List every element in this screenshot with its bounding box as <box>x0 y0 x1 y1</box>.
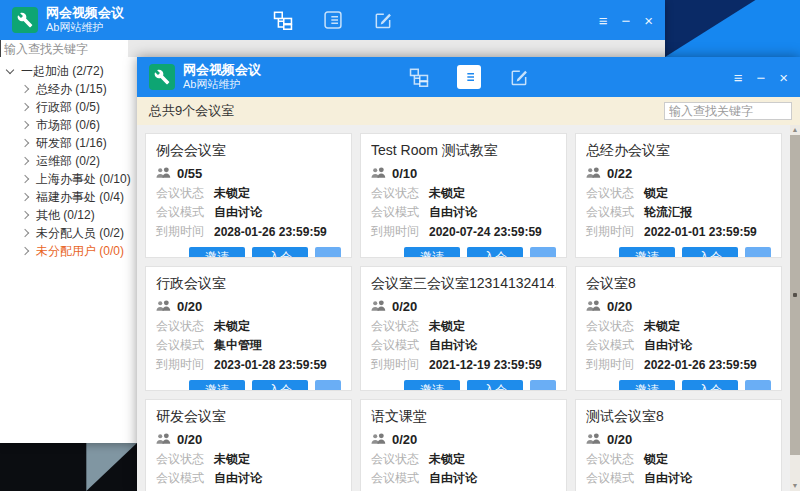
edit-icon[interactable] <box>371 8 395 32</box>
expire-label: 到期时间 <box>586 223 644 240</box>
room-card: Test Room 测试教室 0/10 会议状态未锁定 会议模式自由讨论 到期时… <box>360 133 567 258</box>
members-icon <box>156 167 171 179</box>
contact-search-input[interactable] <box>0 40 128 57</box>
meeting-room-window: 网会视频会议 Ab网站维护 ≡ − × 总共9个会议室 例会会 <box>137 57 800 491</box>
more-button[interactable]: ... <box>745 380 771 391</box>
join-button[interactable]: 入会 <box>467 247 523 258</box>
room-card: 会议室8 0/20 会议状态未锁定 会议模式自由讨论 到期时间2022-01-2… <box>575 266 782 391</box>
chevron-right-icon[interactable] <box>21 157 29 165</box>
wallpaper-navy-triangle <box>665 0 800 57</box>
tree-node[interactable]: 市场部 (0/6) <box>0 116 137 134</box>
menu-button[interactable]: ≡ <box>599 13 608 28</box>
room-name: 会议室三会议室123141324141三会... <box>371 275 556 293</box>
vertical-scrollbar[interactable]: ▲ ▼ <box>790 125 800 491</box>
app-subtitle: Ab网站维护 <box>183 78 261 91</box>
invite-button[interactable]: 邀请 <box>189 380 245 391</box>
tree-node-label: 市场部 (0/6) <box>36 117 100 134</box>
more-button[interactable]: ... <box>530 380 556 391</box>
chevron-right-icon[interactable] <box>21 103 29 111</box>
front-window-controls: ≡ − × <box>734 57 788 97</box>
room-list-icon-selected[interactable] <box>457 65 481 89</box>
more-button[interactable]: ... <box>315 380 341 391</box>
tree-node[interactable]: 其他 (0/12) <box>0 206 137 224</box>
status-value: 锁定 <box>644 185 668 202</box>
tree-node[interactable]: 行政部 (0/5) <box>0 98 137 116</box>
mode-value: 自由讨论 <box>214 204 262 221</box>
desktop-wallpaper-bottomleft <box>0 443 137 491</box>
join-button[interactable]: 入会 <box>682 380 738 391</box>
chevron-right-icon[interactable] <box>21 193 29 201</box>
tree-node[interactable]: 运维部 (0/2) <box>0 152 137 170</box>
invite-button[interactable]: 邀请 <box>619 380 675 391</box>
front-titlebar: 网会视频会议 Ab网站维护 ≡ − × <box>137 57 800 97</box>
close-button[interactable]: × <box>644 13 653 28</box>
close-button[interactable]: × <box>779 70 788 85</box>
tree-node[interactable]: 福建办事处 (0/4) <box>0 188 137 206</box>
room-grid: 例会会议室 0/55 会议状态未锁定 会议模式自由讨论 到期时间2028-01-… <box>137 125 800 491</box>
join-button[interactable]: 入会 <box>682 247 738 258</box>
org-chart-icon[interactable] <box>271 8 295 32</box>
room-card: 行政会议室 0/20 会议状态未锁定 会议模式集中管理 到期时间2023-01-… <box>145 266 352 391</box>
scrollbar-thumb[interactable] <box>790 135 800 455</box>
room-card: 例会会议室 0/55 会议状态未锁定 会议模式自由讨论 到期时间2028-01-… <box>145 133 352 258</box>
invite-button[interactable]: 邀请 <box>404 380 460 391</box>
menu-button[interactable]: ≡ <box>734 70 743 85</box>
room-name: 语文课堂 <box>371 408 556 426</box>
join-button[interactable]: 入会 <box>252 380 308 391</box>
summary-bar: 总共9个会议室 <box>137 97 800 125</box>
chevron-right-icon[interactable] <box>21 121 29 129</box>
room-name: 例会会议室 <box>156 142 341 160</box>
status-label: 会议状态 <box>156 451 214 468</box>
room-name: 会议室8 <box>586 275 771 293</box>
status-label: 会议状态 <box>586 185 644 202</box>
minimize-button[interactable]: − <box>621 13 630 28</box>
tree-node[interactable]: 总经办 (1/15) <box>0 80 137 98</box>
tree-node-label: 一起加油 (2/72) <box>21 63 104 80</box>
tree-node-label: 行政部 (0/5) <box>36 99 100 116</box>
invite-button[interactable]: 邀请 <box>619 247 675 258</box>
tree-node[interactable]: 未分配人员 (0/2) <box>0 224 137 242</box>
more-button[interactable]: ... <box>315 247 341 258</box>
join-button[interactable]: 入会 <box>252 247 308 258</box>
tree-node-unassigned-users[interactable]: 未分配用户 (0/0) <box>0 242 137 260</box>
room-count-summary: 总共9个会议室 <box>149 102 234 120</box>
scroll-down-arrow-icon[interactable]: ▼ <box>790 481 800 491</box>
tree-node-label: 研发部 (1/16) <box>36 135 107 152</box>
mode-value: 自由讨论 <box>214 470 262 487</box>
invite-button[interactable]: 邀请 <box>404 247 460 258</box>
chevron-right-icon[interactable] <box>21 211 29 219</box>
minimize-button[interactable]: − <box>756 70 765 85</box>
more-button[interactable]: ... <box>530 247 556 258</box>
member-count: 0/20 <box>177 432 202 447</box>
member-count: 0/10 <box>392 166 417 181</box>
expire-label: 到期时间 <box>156 223 214 240</box>
scroll-up-arrow-icon[interactable]: ▲ <box>790 125 800 135</box>
room-search-input[interactable] <box>664 102 792 120</box>
chevron-down-icon[interactable] <box>6 65 14 73</box>
org-chart-icon[interactable] <box>407 65 431 89</box>
join-button[interactable]: 入会 <box>467 380 523 391</box>
app-title: 网会视频会议 <box>183 63 261 78</box>
room-name: 行政会议室 <box>156 275 341 293</box>
app-subtitle: Ab网站维护 <box>46 21 124 34</box>
chevron-right-icon[interactable] <box>21 85 29 93</box>
room-card: 会议室三会议室123141324141三会... 0/20 会议状态未锁定 会议… <box>360 266 567 391</box>
expire-value: 2022-01-01 23:59:59 <box>644 225 757 239</box>
chevron-right-icon[interactable] <box>21 229 29 237</box>
tree-node[interactable]: 上海办事处 (0/10) <box>0 170 137 188</box>
invite-button[interactable]: 邀请 <box>189 247 245 258</box>
chevron-right-icon[interactable] <box>21 175 29 183</box>
edit-icon[interactable] <box>507 65 531 89</box>
more-button[interactable]: ... <box>745 247 771 258</box>
status-value: 未锁定 <box>429 185 465 202</box>
tree-node[interactable]: 研发部 (1/16) <box>0 134 137 152</box>
mode-label: 会议模式 <box>156 204 214 221</box>
mode-label: 会议模式 <box>156 470 214 487</box>
chevron-right-icon[interactable] <box>21 247 29 255</box>
mode-value: 集中管理 <box>214 337 262 354</box>
tree-node-root[interactable]: 一起加油 (2/72) <box>0 62 137 80</box>
status-value: 未锁定 <box>429 318 465 335</box>
room-list-icon[interactable] <box>321 8 345 32</box>
member-count: 0/22 <box>607 166 632 181</box>
chevron-right-icon[interactable] <box>21 139 29 147</box>
